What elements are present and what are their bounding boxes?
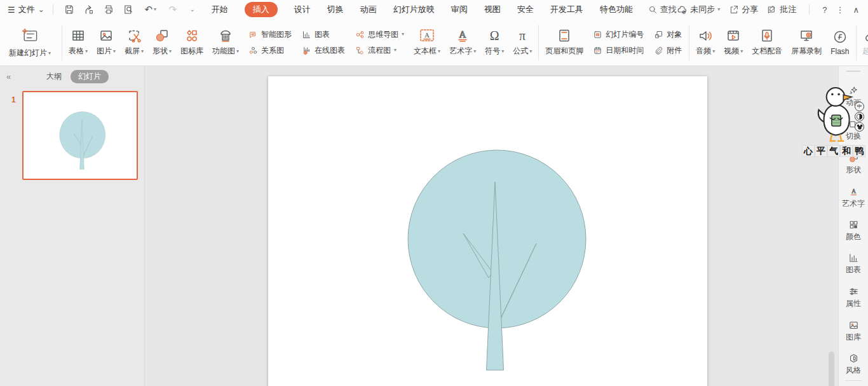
attachment-button[interactable]: 附件 — [654, 45, 682, 56]
tab-design[interactable]: 设计 — [294, 4, 311, 15]
sidebar-handle[interactable] — [846, 71, 860, 72]
chart-button[interactable]: 图表 — [302, 29, 345, 40]
tab-special-features[interactable]: 特色功能 — [600, 4, 633, 15]
editing-canvas[interactable] — [145, 66, 838, 386]
more-options-button[interactable]: ⋮ — [836, 5, 844, 15]
icon-library-button[interactable]: 图标库 — [176, 22, 208, 64]
share-icon — [729, 4, 739, 15]
chevron-down-icon: ▾ — [236, 49, 239, 54]
relation-diagram-button[interactable]: 关系图 — [248, 45, 292, 56]
export-pdf-button[interactable] — [81, 3, 97, 17]
table-button[interactable]: 表格▾ — [64, 22, 92, 64]
tab-animation[interactable]: 动画 — [360, 4, 377, 15]
print-button[interactable] — [101, 3, 116, 17]
formula-button[interactable]: π 公式▾ — [508, 22, 536, 64]
header-footer-button[interactable]: 页眉和页脚 — [541, 22, 588, 64]
table-label: 表格 — [69, 46, 84, 57]
text-box-icon: A — [419, 28, 435, 43]
online-chart-label: 在线图表 — [315, 45, 345, 56]
tab-slideshow[interactable]: 幻灯片放映 — [393, 4, 435, 15]
collapse-ribbon-button[interactable]: ∧ — [853, 5, 859, 15]
vertical-scrollbar[interactable] — [829, 352, 834, 386]
screenshot-button[interactable]: 截屏▾ — [120, 22, 148, 64]
sidebar-item-color[interactable]: 颜色 — [839, 219, 868, 242]
tab-slides[interactable]: 幻灯片 — [71, 70, 109, 83]
tab-security[interactable]: 安全 — [517, 4, 534, 15]
tab-outline[interactable]: 大纲 — [46, 71, 62, 82]
tab-view[interactable]: 视图 — [484, 4, 501, 15]
flash-button[interactable]: Flash — [826, 22, 853, 64]
redo-button[interactable]: ↷ — [165, 3, 180, 17]
mind-map-button[interactable]: 思维导图 ▾ — [355, 29, 404, 40]
header-footer-icon — [557, 28, 572, 43]
word-art-button[interactable]: A 艺术字▾ — [445, 22, 480, 64]
function-diagram-label: 功能图 — [212, 46, 235, 57]
screen-record-label: 屏幕录制 — [791, 46, 822, 57]
new-slide-button[interactable]: 新建幻灯片▾ — [0, 22, 60, 64]
collapse-panel-button[interactable]: « — [6, 72, 11, 81]
screen-record-button[interactable]: 屏幕录制 — [787, 22, 826, 64]
comment-button[interactable]: 批注 — [767, 4, 796, 15]
picture-button[interactable]: 图片▾ — [92, 22, 120, 64]
share-button[interactable]: 分享 — [729, 4, 758, 15]
date-time-button[interactable]: 日期和时间 — [593, 45, 644, 56]
picture-label: 图片 — [97, 46, 112, 57]
mind-map-label: 思维导图 — [368, 29, 398, 40]
tab-transition[interactable]: 切换 — [327, 4, 344, 15]
chevron-down-icon: ▾ — [394, 48, 397, 53]
color-grid-icon — [848, 219, 859, 230]
undo-button[interactable]: ↶ ▾ — [140, 3, 161, 17]
video-icon — [726, 28, 741, 43]
tab-review[interactable]: 审阅 — [451, 4, 468, 15]
audio-button[interactable]: 音频▾ — [691, 22, 719, 64]
sidebar-item-style[interactable]: 风格 — [839, 353, 868, 376]
flow-chart-button[interactable]: 流程图 ▾ — [355, 45, 404, 56]
ribbon-divider — [856, 25, 857, 60]
slide-thumbnail[interactable] — [22, 91, 138, 180]
slide-1[interactable] — [268, 76, 707, 386]
hamburger-icon: ☰ — [8, 5, 15, 15]
new-slide-icon — [20, 26, 39, 45]
chart-label: 图表 — [315, 29, 330, 40]
tab-home[interactable]: 开始 — [212, 4, 228, 15]
hyperlink-button[interactable]: 超链 — [858, 22, 868, 64]
text-box-button[interactable]: A 文本框▾ — [409, 22, 445, 64]
sidebar-item-properties[interactable]: 属性 — [839, 286, 868, 309]
sidebar-item-wordart[interactable]: A 艺术字 — [839, 186, 868, 209]
customize-toolbar-button[interactable]: ⌄ — [185, 3, 200, 17]
help-button[interactable]: ? — [822, 5, 827, 15]
sidebar-item-gallery[interactable]: 图库 — [839, 320, 868, 343]
duck-beak — [843, 95, 851, 100]
smart-graphic-button[interactable]: 智能图形 — [248, 29, 292, 40]
sidebar-label: 艺术字 — [842, 198, 865, 209]
doc-dubbing-button[interactable]: 文档配音 — [747, 22, 787, 64]
sync-label: 未同步 — [690, 4, 715, 15]
shapes-button[interactable]: 形状▾ — [148, 22, 176, 64]
date-time-label: 日期和时间 — [606, 45, 644, 56]
sync-status-button[interactable]: 未同步 ▾ — [677, 4, 720, 15]
symbol-button[interactable]: Ω 符号▾ — [480, 22, 508, 64]
pi-icon: π — [519, 28, 526, 43]
share-label: 分享 — [742, 4, 758, 15]
slide-number-button[interactable]: 幻灯片编号 — [593, 29, 644, 40]
sidebar-item-chart[interactable]: 图表 — [839, 252, 868, 275]
video-button[interactable]: 视频▾ — [719, 22, 747, 64]
ribbon-divider — [62, 25, 62, 60]
tab-insert[interactable]: 插入 — [245, 2, 278, 17]
menu-tab-bar: 开始 插入 设计 切换 动画 幻灯片放映 审阅 视图 安全 开发工具 特色功能 — [212, 2, 633, 17]
relation-diagram-icon — [248, 46, 258, 55]
formula-label: 公式 — [513, 46, 528, 57]
object-button[interactable]: 对象 — [654, 29, 682, 40]
sidebar-footer-divider — [845, 380, 862, 381]
slide-number-icon — [593, 30, 602, 39]
save-button[interactable] — [62, 3, 77, 17]
tree-drawing[interactable] — [268, 76, 707, 386]
find-button[interactable]: 查找 — [648, 4, 677, 15]
function-diagram-button[interactable]: 功能图▾ — [208, 22, 243, 64]
print-preview-button[interactable] — [121, 3, 136, 17]
svg-text:A: A — [459, 29, 466, 39]
tab-devtools[interactable]: 开发工具 — [550, 4, 583, 15]
file-menu[interactable]: ☰ 文件 ⌄ — [8, 4, 44, 15]
online-chart-button[interactable]: 在线图表 — [302, 45, 345, 56]
function-diagram-icon — [218, 28, 233, 43]
